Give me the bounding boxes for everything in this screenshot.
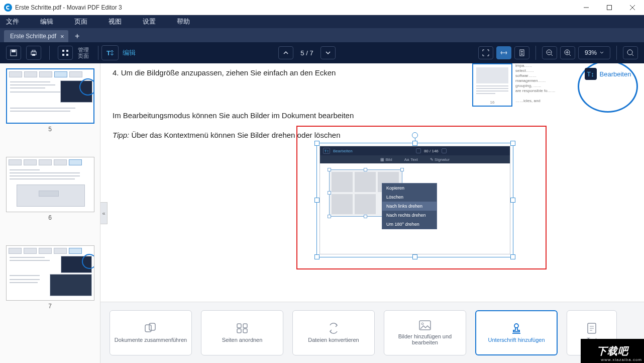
context-menu: Kopieren Löschen Nach links drehen Nach … <box>382 183 437 229</box>
edit-mode-label: 编辑 <box>123 48 136 57</box>
rotate-handle-icon[interactable] <box>412 132 418 138</box>
text-file-icon <box>586 323 597 334</box>
svg-rect-8 <box>32 54 35 56</box>
ctx-rotate-right[interactable]: Nach rechts drehen <box>382 211 437 220</box>
search-button[interactable] <box>623 46 638 59</box>
svg-rect-29 <box>145 325 151 332</box>
merge-icon <box>144 323 157 334</box>
fit-width-button[interactable] <box>496 46 511 59</box>
action-merge[interactable]: Dokumente zusammenführen <box>110 310 192 355</box>
stamp-icon <box>510 323 522 334</box>
app-icon <box>4 4 12 12</box>
menubar: 文件 编辑 页面 视图 设置 帮助 <box>0 15 644 28</box>
svg-point-37 <box>514 324 518 328</box>
save-button[interactable] <box>6 46 21 60</box>
resize-handle[interactable] <box>314 254 319 259</box>
svg-rect-34 <box>243 329 247 333</box>
page-up-button[interactable] <box>278 46 293 59</box>
svg-point-36 <box>421 323 423 325</box>
convert-icon <box>328 323 340 334</box>
ctx-copy[interactable]: Kopieren <box>382 184 437 193</box>
edit-badge-text: Bearbeiten <box>600 70 631 78</box>
svg-rect-7 <box>32 50 35 52</box>
resize-handle[interactable] <box>314 198 319 203</box>
minimize-button[interactable] <box>575 0 598 15</box>
menu-edit[interactable]: 编辑 <box>40 17 53 26</box>
menu-settings[interactable]: 设置 <box>143 17 156 26</box>
watermark: 下载吧 www.xiazaiba.com <box>581 339 644 363</box>
svg-rect-1 <box>607 5 612 10</box>
svg-rect-10 <box>62 54 64 56</box>
fit-page-button[interactable] <box>514 46 529 59</box>
resize-handle[interactable] <box>510 141 515 146</box>
print-button[interactable] <box>26 46 41 60</box>
menu-file[interactable]: 文件 <box>6 17 19 26</box>
chevron-down-icon <box>600 51 604 55</box>
arrange-icon <box>236 323 248 334</box>
maximize-button[interactable] <box>598 0 621 15</box>
add-tab-button[interactable]: + <box>71 30 83 42</box>
window-controls <box>575 0 644 15</box>
svg-rect-31 <box>237 324 241 328</box>
resize-handle[interactable] <box>314 141 319 146</box>
thumbnail-sidebar[interactable]: 5 6 <box>0 63 100 363</box>
page-down-button[interactable] <box>320 46 336 59</box>
menu-page[interactable]: 页面 <box>74 17 87 26</box>
tab-label: Erste Schritte.pdf <box>10 33 56 40</box>
svg-line-21 <box>569 54 571 56</box>
window-title: Erste Schritte.pdf - Movavi PDF Editor 3 <box>15 4 122 11</box>
fullscreen-button[interactable] <box>478 46 493 59</box>
thumbnail-6[interactable]: 6 <box>6 157 94 221</box>
thumbnail-7[interactable]: 7 <box>6 245 94 310</box>
titlebar: Erste Schritte.pdf - Movavi PDF Editor 3 <box>0 0 644 15</box>
action-sign[interactable]: Unterschrift hinzufügen <box>475 310 558 355</box>
tabbar: Erste Schritte.pdf × + <box>0 28 644 42</box>
zoom-in-button[interactable] <box>560 46 575 59</box>
quick-actions-bar: Dokumente zusammenführen Seiten anordnen… <box>100 302 644 363</box>
zoom-out-button[interactable] <box>542 46 557 59</box>
page-preview-overlay: 16 impa……select……softwar……managemen……gro… <box>472 63 644 114</box>
pager: 5 / 7 <box>278 46 335 59</box>
action-convert[interactable]: Dateien konvertieren <box>292 310 375 355</box>
main-toolbar: 管理页面 T 编辑 5 / 7 93% <box>0 42 644 63</box>
svg-line-17 <box>551 54 553 56</box>
document-tab[interactable]: Erste Schritte.pdf × <box>4 30 68 42</box>
menu-view[interactable]: 视图 <box>109 17 122 26</box>
svg-rect-30 <box>149 323 155 330</box>
resize-handle[interactable] <box>412 254 417 259</box>
resize-handle[interactable] <box>412 141 417 146</box>
tab-close-icon[interactable]: × <box>60 33 64 40</box>
thumbnail-5[interactable]: 5 <box>6 68 94 133</box>
ctx-delete[interactable]: Löschen <box>382 193 437 202</box>
ctx-rotate-left[interactable]: Nach links drehen <box>382 202 437 211</box>
svg-rect-33 <box>237 329 241 333</box>
svg-rect-9 <box>62 50 64 52</box>
manage-pages-label[interactable]: 管理页面 <box>78 47 89 59</box>
page-indicator: 5 / 7 <box>300 49 313 57</box>
images-icon <box>419 320 431 330</box>
zoom-select[interactable]: 93% <box>578 46 610 59</box>
svg-rect-12 <box>66 54 68 56</box>
svg-point-22 <box>627 50 632 55</box>
ctx-rotate-180[interactable]: Um 180° drehen <box>382 220 437 229</box>
menu-help[interactable]: 帮助 <box>177 17 190 26</box>
resize-handle[interactable] <box>510 254 515 259</box>
edit-badge-icon: T↕ <box>585 68 597 80</box>
svg-rect-11 <box>66 50 68 52</box>
svg-rect-5 <box>12 50 16 52</box>
resize-handle[interactable] <box>510 198 515 203</box>
svg-rect-32 <box>243 324 247 328</box>
thumbnails-button[interactable] <box>58 46 73 60</box>
action-images[interactable]: Bilder hinzufügen und bearbeiten <box>384 310 466 355</box>
document-scroll[interactable]: 4. Um die Bildgröße anzupassen, ziehen S… <box>100 63 644 302</box>
svg-text:T: T <box>106 49 111 57</box>
edit-mode-button[interactable]: T <box>101 45 119 60</box>
action-arrange[interactable]: Seiten anordnen <box>201 310 283 355</box>
close-button[interactable] <box>621 0 644 15</box>
sidebar-collapse-handle[interactable]: « <box>100 202 108 224</box>
svg-line-23 <box>632 54 633 56</box>
document-view: 4. Um die Bildgröße anzupassen, ziehen S… <box>100 63 644 363</box>
